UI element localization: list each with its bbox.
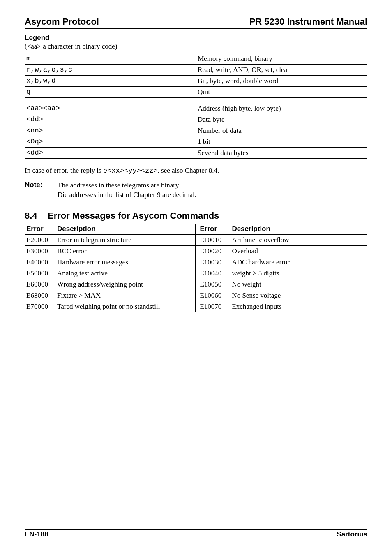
legend-code: r,w,a,o,s,c bbox=[25, 64, 196, 75]
err-desc-l: Analog test active bbox=[55, 268, 196, 279]
legend-row: <dd>Several data bytes bbox=[25, 147, 367, 158]
err-desc-r: Exchanged inputs bbox=[230, 301, 367, 312]
page-footer: EN-188 Sartorius bbox=[25, 529, 367, 539]
error-line-prefix: In case of error, the reply is bbox=[25, 166, 103, 174]
error-th: Error bbox=[25, 224, 55, 235]
legend-desc: 1 bit bbox=[196, 136, 367, 147]
error-line: In case of error, the reply is e<xx><yy>… bbox=[25, 166, 367, 176]
legend-code: <dd> bbox=[25, 114, 196, 125]
table-row: E40000Hardware error messagesE10030ADC h… bbox=[25, 257, 367, 268]
legend-desc: Address (high byte, low byte) bbox=[196, 103, 367, 114]
err-desc-l: Hardware error messages bbox=[55, 257, 196, 268]
legend-row: <nn>Number of data bbox=[25, 125, 367, 136]
table-row: E30000BCC errorE10020Overload bbox=[25, 245, 367, 257]
err-code-l: E50000 bbox=[25, 268, 55, 279]
legend-code: <dd> bbox=[25, 147, 196, 158]
err-desc-r: Overload bbox=[230, 245, 367, 257]
err-code-r: E10070 bbox=[196, 301, 230, 312]
legend-desc: Bit, byte, word, double word bbox=[196, 75, 367, 86]
note-block: Note: The addresses in these telegrams a… bbox=[25, 181, 367, 200]
err-code-l: E63000 bbox=[25, 290, 55, 301]
legend-row: <aa><aa>Address (high byte, low byte) bbox=[25, 103, 367, 114]
page: Asycom Protocol PR 5230 Instrument Manua… bbox=[0, 0, 392, 555]
err-desc-r: ADC hardware error bbox=[230, 257, 367, 268]
err-code-l: E70000 bbox=[25, 301, 55, 312]
err-code-l: E20000 bbox=[25, 234, 55, 245]
err-desc-l: Tared weighing point or no standstill bbox=[55, 301, 196, 312]
error-table-header-row: Error Description Error Description bbox=[25, 224, 367, 235]
note-label: Note: bbox=[25, 181, 58, 200]
error-th: Description bbox=[55, 224, 196, 235]
legend-row: r,w,a,o,s,cRead, write, AND, OR, set, cl… bbox=[25, 64, 367, 75]
err-code-l: E60000 bbox=[25, 279, 55, 290]
error-table: Error Description Error Description E200… bbox=[25, 224, 367, 312]
legend-desc: Quit bbox=[196, 86, 367, 97]
legend-desc: Data byte bbox=[196, 114, 367, 125]
legend-code: <0q> bbox=[25, 136, 196, 147]
err-desc-r: No weight bbox=[230, 279, 367, 290]
section-title: Error Messages for Asycom Commands bbox=[48, 210, 219, 221]
error-th: Error bbox=[196, 224, 230, 235]
legend-code: <aa><aa> bbox=[25, 103, 196, 114]
legend-rows-top: mMemory command, binary r,w,a,o,s,cRead,… bbox=[25, 53, 367, 158]
err-code-r: E10010 bbox=[196, 234, 230, 245]
note-text: The addresses in these telegrams are bin… bbox=[58, 181, 196, 200]
table-row: E50000Analog test activeE10040weight > 5… bbox=[25, 268, 367, 279]
err-code-l: E30000 bbox=[25, 245, 55, 257]
legend-row: <0q>1 bit bbox=[25, 136, 367, 147]
legend-title: Legend bbox=[25, 34, 367, 42]
header-left: Asycom Protocol bbox=[25, 16, 99, 27]
error-th: Description bbox=[230, 224, 367, 235]
legend-table: mMemory command, binary r,w,a,o,s,cRead,… bbox=[25, 53, 367, 159]
section-heading: 8.4 Error Messages for Asycom Commands bbox=[25, 210, 367, 221]
error-line-code: e<xx><yy><zz> bbox=[103, 167, 158, 175]
legend-row: x,b,w,dBit, byte, word, double word bbox=[25, 75, 367, 86]
table-row: E70000Tared weighing point or no standst… bbox=[25, 301, 367, 312]
note-line2: Die addresses in the list of Chapter 9 a… bbox=[58, 190, 196, 200]
err-code-r: E10020 bbox=[196, 245, 230, 257]
legend-desc: Read, write, AND, OR, set, clear bbox=[196, 64, 367, 75]
table-row: E20000Error in telegram structureE10010A… bbox=[25, 234, 367, 245]
err-code-r: E10060 bbox=[196, 290, 230, 301]
legend-row: mMemory command, binary bbox=[25, 53, 367, 64]
error-line-suffix: , see also Chapter 8.4. bbox=[158, 166, 219, 174]
err-desc-l: BCC error bbox=[55, 245, 196, 257]
footer-right: Sartorius bbox=[337, 530, 367, 539]
footer-left: EN-188 bbox=[25, 530, 48, 539]
legend-code: x,b,w,d bbox=[25, 75, 196, 86]
legend-gap bbox=[25, 97, 367, 103]
legend-code: q bbox=[25, 86, 196, 97]
err-desc-r: No Sense voltage bbox=[230, 290, 367, 301]
legend-desc: Memory command, binary bbox=[196, 53, 367, 64]
legend-block: Legend (<aa> a character in binary code)… bbox=[25, 34, 367, 159]
note-line1: The addresses in these telegrams are bin… bbox=[58, 181, 196, 190]
page-header: Asycom Protocol PR 5230 Instrument Manua… bbox=[25, 16, 367, 29]
err-desc-l: Fixtare > MAX bbox=[55, 290, 196, 301]
err-desc-l: Error in telegram structure bbox=[55, 234, 196, 245]
table-row: E60000Wrong address/weighing pointE10050… bbox=[25, 279, 367, 290]
err-desc-r: weight > 5 digits bbox=[230, 268, 367, 279]
section-number: 8.4 bbox=[25, 210, 48, 221]
err-code-l: E40000 bbox=[25, 257, 55, 268]
header-right: PR 5230 Instrument Manual bbox=[249, 16, 367, 27]
legend-code: <nn> bbox=[25, 125, 196, 136]
table-row: E63000Fixtare > MAXE10060No Sense voltag… bbox=[25, 290, 367, 301]
err-desc-r: Arithmetic overflow bbox=[230, 234, 367, 245]
err-desc-l: Wrong address/weighing point bbox=[55, 279, 196, 290]
legend-row: qQuit bbox=[25, 86, 367, 97]
err-code-r: E10040 bbox=[196, 268, 230, 279]
legend-row: <dd>Data byte bbox=[25, 114, 367, 125]
legend-subtitle: (<aa> a character in binary code) bbox=[25, 42, 367, 51]
legend-code: m bbox=[25, 53, 196, 64]
err-code-r: E10050 bbox=[196, 279, 230, 290]
err-code-r: E10030 bbox=[196, 257, 230, 268]
legend-desc: Number of data bbox=[196, 125, 367, 136]
legend-desc: Several data bytes bbox=[196, 147, 367, 158]
